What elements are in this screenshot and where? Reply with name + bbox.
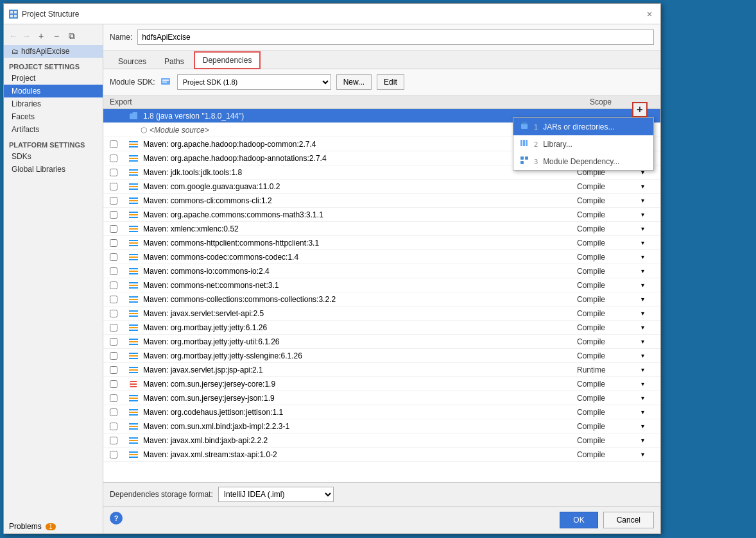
row-checkbox-17[interactable] <box>110 338 129 346</box>
table-row[interactable]: Maven: org.mortbay.jetty:jetty:6.1.26 Co… <box>103 321 660 335</box>
table-row[interactable]: Maven: javax.xml.bind:jaxb-api:2.2.2 Com… <box>103 433 660 448</box>
row-dropdown-10[interactable]: ▾ <box>641 239 654 246</box>
row-dropdown-21[interactable]: ▾ <box>641 394 654 401</box>
row-checkbox-23[interactable] <box>110 423 129 430</box>
help-button[interactable]: ? <box>110 512 123 525</box>
table-row[interactable]: Maven: org.codehaus.jettison:jettison:1.… <box>103 405 660 419</box>
row-dropdown-17[interactable]: ▾ <box>641 338 654 345</box>
cancel-button[interactable]: Cancel <box>603 512 654 528</box>
row-scope-19: Runtime <box>577 366 641 374</box>
row-dropdown-19[interactable]: ▾ <box>641 366 654 373</box>
row-checkbox-15[interactable] <box>110 310 129 317</box>
row-dropdown-23[interactable]: ▾ <box>641 423 654 430</box>
close-button[interactable]: × <box>644 8 655 20</box>
row-dropdown-16[interactable]: ▾ <box>641 324 654 331</box>
row-checkbox-25[interactable] <box>110 451 129 458</box>
row-dropdown-25[interactable]: ▾ <box>641 451 654 458</box>
problems-item[interactable]: Problems 1 <box>4 519 103 534</box>
row-dropdown-20[interactable]: ▾ <box>641 380 654 387</box>
row-dropdown-14[interactable]: ▾ <box>641 296 654 303</box>
table-row[interactable]: Maven: commons-io:commons-io:2.4 Compile… <box>103 264 660 278</box>
sidebar-item-modules[interactable]: Modules <box>4 85 103 97</box>
table-row[interactable]: Maven: javax.xml.stream:stax-api:1.0-2 C… <box>103 448 660 462</box>
row-dropdown-12[interactable]: ▾ <box>641 267 654 274</box>
sidebar-item-artifacts[interactable]: Artifacts <box>4 123 103 136</box>
problems-label: Problems <box>9 522 42 531</box>
table-row[interactable]: Maven: com.sun.jersey:jersey-core:1.9 Co… <box>103 377 660 391</box>
copy-module-button[interactable]: ⧉ <box>65 29 78 42</box>
sidebar-module-item[interactable]: 🗂 hdfsApiExcise <box>4 45 103 58</box>
sidebar-item-label: Global Libraries <box>12 165 65 174</box>
row-dropdown-18[interactable]: ▾ <box>641 352 654 359</box>
row-checkbox-10[interactable] <box>110 239 129 247</box>
row-dropdown-8[interactable]: ▾ <box>641 211 654 218</box>
table-row[interactable]: Maven: org.mortbay.jetty:jetty-sslengine… <box>103 349 660 363</box>
dropdown-item-library[interactable]: 2 Library... <box>513 135 653 153</box>
tab-sources[interactable]: Sources <box>110 53 155 69</box>
table-row[interactable]: Maven: javax.servlet.jsp:jsp-api:2.1 Run… <box>103 363 660 377</box>
sdk-select[interactable]: Project SDK (1.8) <box>177 74 331 90</box>
sidebar-item-global-libraries[interactable]: Global Libraries <box>4 163 103 176</box>
row-dropdown-9[interactable]: ▾ <box>641 225 654 232</box>
row-checkbox-22[interactable] <box>110 408 129 416</box>
tab-dependencies[interactable]: Dependencies <box>194 51 261 69</box>
sidebar-item-label: Libraries <box>12 99 41 108</box>
sdk-new-button[interactable]: New... <box>336 74 372 90</box>
row-checkbox-9[interactable] <box>110 225 129 233</box>
row-checkbox-20[interactable] <box>110 380 129 388</box>
row-dropdown-22[interactable]: ▾ <box>641 408 654 416</box>
row-scope-15: Compile <box>577 309 641 318</box>
row-checkbox-12[interactable] <box>110 267 129 275</box>
row-dropdown-11[interactable]: ▾ <box>641 253 654 260</box>
table-row[interactable]: Maven: commons-codec:commons-codec:1.4 C… <box>103 250 660 264</box>
add-dependency-button[interactable]: + <box>632 102 648 117</box>
row-dropdown-15[interactable]: ▾ <box>641 310 654 317</box>
table-row[interactable]: Maven: com.sun.jersey:jersey-json:1.9 Co… <box>103 391 660 405</box>
table-row[interactable]: Maven: com.google.guava:guava:11.0.2 Com… <box>103 180 660 194</box>
row-checkbox-24[interactable] <box>110 437 129 444</box>
ok-button[interactable]: OK <box>560 512 597 528</box>
row-checkbox-21[interactable] <box>110 394 129 402</box>
sidebar-item-facets[interactable]: Facets <box>4 110 103 123</box>
dropdown-item-jars[interactable]: 1 JARs or directories... <box>513 118 653 135</box>
sidebar-item-project[interactable]: Project <box>4 72 103 85</box>
row-dropdown-13[interactable]: ▾ <box>641 282 654 289</box>
name-input[interactable] <box>137 29 654 45</box>
row-checkbox-8[interactable] <box>110 211 129 219</box>
table-row[interactable]: Maven: commons-cli:commons-cli:1.2 Compi… <box>103 194 660 208</box>
row-checkbox-4[interactable] <box>110 155 129 162</box>
dropdown-item-module-dep[interactable]: 3 Module Dependency... <box>513 153 653 170</box>
row-checkbox-5[interactable] <box>110 169 129 176</box>
table-row[interactable]: Maven: commons-httpclient:commons-httpcl… <box>103 236 660 250</box>
row-checkbox-16[interactable] <box>110 324 129 332</box>
table-row[interactable]: Maven: org.apache.commons:commons-math3:… <box>103 208 660 222</box>
storage-format-select[interactable]: IntelliJ IDEA (.iml) Eclipse (.classpath… <box>218 487 334 502</box>
row-checkbox-19[interactable] <box>110 366 129 374</box>
row-checkbox-14[interactable] <box>110 296 129 303</box>
table-row[interactable]: Maven: org.mortbay.jetty:jetty-util:6.1.… <box>103 335 660 349</box>
table-row[interactable]: Maven: com.sun.xml.bind:jaxb-impl:2.2.3-… <box>103 419 660 433</box>
row-checkbox-6[interactable] <box>110 183 129 190</box>
sidebar-item-libraries[interactable]: Libraries <box>4 97 103 110</box>
row-dropdown-6[interactable]: ▾ <box>641 183 654 190</box>
row-checkbox-13[interactable] <box>110 282 129 289</box>
table-row[interactable]: Maven: javax.servlet:servlet-api:2.5 Com… <box>103 307 660 321</box>
table-row[interactable]: Maven: commons-collections:commons-colle… <box>103 292 660 307</box>
row-checkbox-11[interactable] <box>110 253 129 261</box>
row-dropdown-7[interactable]: ▾ <box>641 197 654 204</box>
row-checkbox-18[interactable] <box>110 352 129 360</box>
remove-module-button[interactable]: − <box>50 29 63 42</box>
table-row[interactable]: Maven: xmlenc:xmlenc:0.52 Compile ▾ <box>103 222 660 236</box>
row-dropdown-24[interactable]: ▾ <box>641 437 654 444</box>
sdk-edit-button[interactable]: Edit <box>377 74 404 90</box>
row-checkbox-3[interactable] <box>110 140 129 148</box>
tab-paths[interactable]: Paths <box>156 53 193 69</box>
back-arrow[interactable]: ← <box>8 31 19 41</box>
row-name-9: Maven: xmlenc:xmlenc:0.52 <box>143 224 577 233</box>
forward-arrow[interactable]: → <box>21 31 32 41</box>
row-checkbox-7[interactable] <box>110 197 129 205</box>
sidebar-item-sdks[interactable]: SDKs <box>4 150 103 163</box>
add-module-button[interactable]: + <box>35 29 47 42</box>
table-row[interactable]: Maven: commons-net:commons-net:3.1 Compi… <box>103 278 660 292</box>
project-settings-header: Project Settings <box>4 58 103 72</box>
